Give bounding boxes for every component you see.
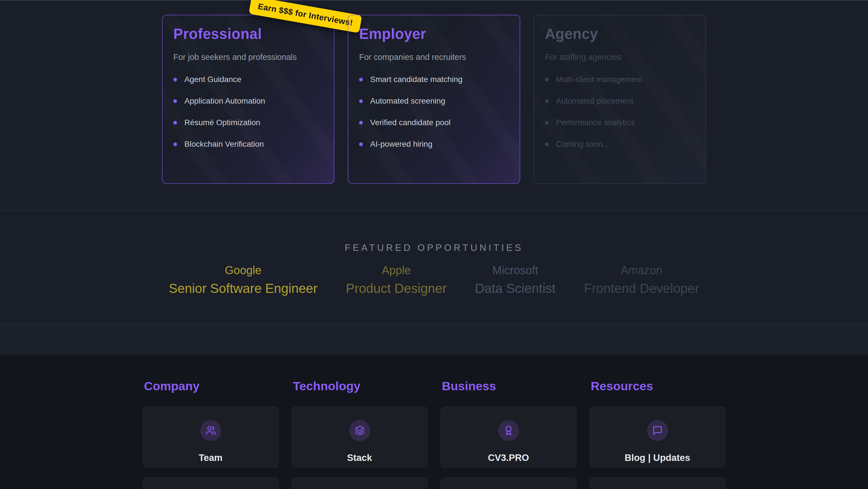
- plan-feature: Smart candidate matching: [359, 75, 509, 84]
- footer-card-label: Stack: [347, 452, 372, 463]
- plan-card-employer[interactable]: Employer For companies and recruiters Sm…: [348, 15, 520, 184]
- plan-feature: Performance analytics: [545, 118, 695, 127]
- plan-feature-label: Automated screening: [370, 96, 445, 106]
- bullet-dot-icon: [359, 142, 363, 146]
- job-role: Frontend Developer: [584, 281, 699, 296]
- award-icon: [498, 420, 519, 441]
- plan-feature: Blockchain Verification: [173, 140, 323, 149]
- footer-column-title: Company: [144, 379, 279, 393]
- job-item-google[interactable]: Google Senior Software Engineer: [169, 264, 317, 296]
- users-icon: [200, 420, 221, 441]
- footer-card-partial[interactable]: [143, 477, 279, 489]
- job-company: Apple: [346, 264, 446, 277]
- landing-page: { "theme": { "accent": "#8b5cf6", "gold"…: [0, 0, 868, 489]
- plan-feature-list: Agent Guidance Application Automation Ré…: [173, 75, 323, 149]
- job-role: Data Scientist: [475, 281, 556, 296]
- footer-card-blog[interactable]: Blog | Updates: [590, 407, 725, 467]
- job-item-microsoft[interactable]: Microsoft Data Scientist: [475, 264, 556, 296]
- job-item-amazon[interactable]: Amazon Frontend Developer: [584, 264, 699, 296]
- plan-title: Professional: [173, 26, 323, 42]
- plans-row: Earn $$$ for Interviews! Professional Fo…: [0, 1, 868, 184]
- job-role: Product Designer: [346, 281, 446, 296]
- footer-card-team[interactable]: Team: [143, 407, 279, 467]
- plan-feature: Verified candidate pool: [359, 118, 509, 127]
- footer-card-label: CV3.PRO: [488, 452, 529, 463]
- bullet-dot-icon: [545, 142, 549, 146]
- plan-feature: Automated placement: [545, 96, 695, 106]
- plan-feature: Coming soon...: [545, 140, 695, 149]
- plan-title: Agency: [545, 26, 695, 42]
- footer-column-title: Technology: [293, 379, 428, 393]
- footer-card-partial[interactable]: [441, 477, 577, 489]
- bullet-dot-icon: [173, 99, 177, 103]
- footer-column-title: Resources: [591, 379, 725, 393]
- plan-feature-label: Agent Guidance: [184, 75, 241, 84]
- plan-feature-label: Smart candidate matching: [370, 75, 462, 84]
- divider-strip: [0, 324, 868, 355]
- plan-feature: Multi-client management: [545, 75, 695, 84]
- job-item-apple[interactable]: Apple Product Designer: [346, 264, 446, 296]
- job-company: Microsoft: [475, 264, 556, 277]
- plans-section: Earn $$$ for Interviews! Professional Fo…: [0, 0, 868, 210]
- plan-feature: Résumé Optimization: [173, 118, 323, 127]
- footer-column-company: Company Team: [143, 379, 279, 489]
- job-company: Google: [169, 264, 317, 277]
- footer-grid: Company Team Technology Stack: [0, 379, 868, 489]
- featured-jobs-row: Google Senior Software Engineer Apple Pr…: [0, 264, 868, 296]
- plan-feature-label: Résumé Optimization: [184, 118, 260, 127]
- plan-subtitle: For companies and recruiters: [359, 53, 509, 62]
- plan-feature: Agent Guidance: [173, 75, 323, 84]
- featured-opportunities-section: FEATURED OPPORTUNITIES Google Senior Sof…: [0, 210, 868, 324]
- plan-feature: Automated screening: [359, 96, 509, 106]
- plan-feature: Application Automation: [173, 96, 323, 106]
- bullet-dot-icon: [359, 99, 363, 103]
- plan-feature-label: Automated placement: [556, 96, 633, 106]
- footer-card-partial[interactable]: [590, 477, 725, 489]
- footer-card-cv3pro[interactable]: CV3.PRO: [441, 407, 577, 467]
- plan-subtitle: For staffing agencies: [545, 53, 695, 62]
- bullet-dot-icon: [359, 121, 363, 124]
- footer-card-stack[interactable]: Stack: [292, 407, 428, 467]
- footer-column-resources: Resources Blog | Updates: [590, 379, 725, 489]
- plan-card-professional[interactable]: Earn $$$ for Interviews! Professional Fo…: [162, 15, 335, 184]
- plan-feature-label: Blockchain Verification: [184, 140, 264, 149]
- plan-feature: AI-powered hiring: [359, 140, 509, 149]
- plan-feature-label: Performance analytics: [556, 118, 634, 127]
- footer: Company Team Technology Stack: [0, 355, 868, 489]
- job-company: Amazon: [584, 264, 699, 277]
- featured-heading: FEATURED OPPORTUNITIES: [0, 242, 868, 253]
- bullet-dot-icon: [545, 99, 549, 103]
- footer-card-partial[interactable]: [292, 477, 428, 489]
- plan-feature-label: AI-powered hiring: [370, 140, 432, 149]
- plan-title: Employer: [359, 26, 509, 42]
- plan-feature-label: Coming soon...: [556, 140, 609, 149]
- bullet-dot-icon: [545, 121, 549, 124]
- footer-column-title: Business: [442, 379, 577, 393]
- bullet-dot-icon: [173, 121, 177, 124]
- plan-subtitle: For job seekers and professionals: [173, 53, 323, 62]
- layers-icon: [349, 420, 370, 441]
- footer-card-label: Blog | Updates: [625, 452, 690, 463]
- job-role: Senior Software Engineer: [169, 281, 317, 296]
- bullet-dot-icon: [173, 78, 177, 82]
- footer-column-business: Business CV3.PRO: [441, 379, 577, 489]
- plan-feature-label: Application Automation: [184, 96, 265, 106]
- bullet-dot-icon: [545, 78, 549, 82]
- footer-column-technology: Technology Stack: [292, 379, 428, 489]
- bullet-dot-icon: [173, 142, 177, 146]
- plan-feature-label: Multi-client management: [556, 75, 643, 84]
- footer-card-label: Team: [199, 452, 223, 463]
- message-icon: [647, 420, 668, 441]
- bullet-dot-icon: [359, 78, 363, 82]
- plan-feature-label: Verified candidate pool: [370, 118, 451, 127]
- plan-card-agency: Agency For staffing agencies Multi-clien…: [533, 15, 706, 184]
- plan-feature-list: Smart candidate matching Automated scree…: [359, 75, 509, 149]
- plan-feature-list: Multi-client management Automated placem…: [545, 75, 695, 149]
